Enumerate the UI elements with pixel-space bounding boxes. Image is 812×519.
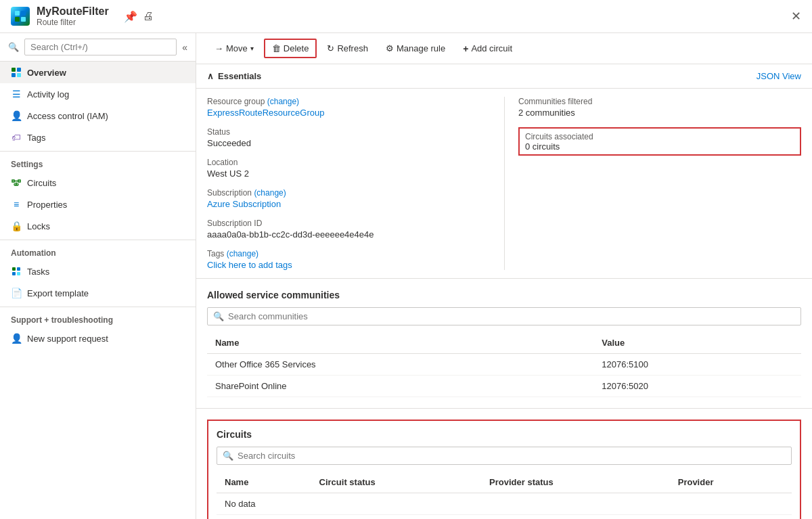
delete-button[interactable]: 🗑 Delete	[264, 39, 317, 58]
subscription-value[interactable]: Azure Subscription	[207, 199, 491, 209]
sidebar-item-export-template[interactable]: 📄 Export template	[0, 282, 196, 304]
move-chevron-icon: ▾	[250, 45, 254, 52]
sidebar: 🔍 « Overview ☰ Activity log 👤 Access con…	[0, 33, 196, 519]
circuits-associated-field: Circuits associated 0 circuits	[518, 127, 801, 156]
essentials-title-text: Essentials	[218, 71, 261, 81]
tags-value[interactable]: Click here to add tags	[207, 260, 491, 270]
properties-label: Properties	[27, 200, 67, 210]
sidebar-collapse-button[interactable]: «	[182, 42, 187, 53]
tasks-icon	[11, 266, 22, 277]
automation-section-header: Automation	[0, 240, 196, 261]
essentials-chevron-icon: ∧	[207, 71, 214, 81]
json-view-link[interactable]: JSON View	[757, 71, 801, 81]
settings-section-header: Settings	[0, 151, 196, 172]
circuits-col-provider: Provider	[670, 472, 792, 493]
communities-search-icon: 🔍	[213, 311, 224, 321]
circuits-no-data-row: No data	[217, 493, 792, 515]
sidebar-item-properties[interactable]: ≡ Properties	[0, 194, 196, 215]
locks-label: Locks	[27, 221, 50, 231]
sidebar-item-access-control[interactable]: 👤 Access control (IAM)	[0, 105, 196, 127]
tags-field: Tags (change) Click here to add tags	[207, 249, 491, 270]
communities-col-name: Name	[207, 332, 593, 354]
circuits-col-circuit-status: Circuit status	[311, 472, 481, 493]
circuits-search-box: 🔍	[217, 447, 792, 465]
activity-log-icon: ☰	[11, 89, 22, 99]
allowed-communities-section: Allowed service communities 🔍 Name Value…	[196, 279, 812, 409]
svg-rect-6	[12, 73, 16, 77]
essentials-header: ∧ Essentials JSON View	[196, 64, 812, 89]
sidebar-item-new-support[interactable]: 👤 New support request	[0, 328, 196, 349]
tags-icon: 🏷	[11, 132, 22, 143]
move-button[interactable]: → Move ▾	[207, 39, 261, 58]
sidebar-item-locks[interactable]: 🔒 Locks	[0, 215, 196, 237]
status-label: Status	[207, 127, 491, 137]
search-input[interactable]	[24, 39, 177, 55]
main-layout: 🔍 « Overview ☰ Activity log 👤 Access con…	[0, 33, 812, 519]
print-icon[interactable]: 🖨	[143, 10, 154, 23]
sidebar-item-activity-log[interactable]: ☰ Activity log	[0, 83, 196, 105]
access-control-icon: 👤	[11, 110, 22, 121]
sidebar-item-tasks[interactable]: Tasks	[0, 261, 196, 282]
sidebar-item-circuits[interactable]: Circuits	[0, 172, 196, 194]
refresh-button[interactable]: ↻ Refresh	[319, 39, 376, 58]
locks-icon: 🔒	[11, 221, 22, 231]
activity-log-label: Activity log	[27, 89, 69, 99]
svg-rect-5	[17, 68, 21, 72]
svg-rect-3	[21, 17, 26, 22]
subscription-id-field: Subscription ID aaaa0a0a-bb1b-cc2c-dd3d-…	[207, 219, 491, 240]
new-support-label: New support request	[27, 334, 108, 344]
app-icon	[11, 7, 30, 26]
sidebar-item-overview[interactable]: Overview	[0, 62, 196, 83]
circuits-section: Circuits 🔍 Name Circuit status Provider …	[207, 420, 801, 519]
circuits-table: Name Circuit status Provider status Prov…	[217, 472, 792, 515]
communities-table-row: Other Office 365 Services12076:5100	[207, 354, 801, 376]
add-circuit-label: Add circuit	[471, 43, 512, 53]
overview-label: Overview	[27, 68, 66, 78]
delete-icon: 🗑	[272, 43, 281, 53]
content-area: → Move ▾ 🗑 Delete ↻ Refresh ⚙ Manage rul…	[196, 33, 812, 519]
manage-rule-button[interactable]: ⚙ Manage rule	[378, 39, 453, 58]
manage-rule-icon: ⚙	[386, 43, 394, 53]
resource-group-field: Resource group (change) ExpressRouteReso…	[207, 97, 491, 118]
sidebar-item-tags[interactable]: 🏷 Tags	[0, 127, 196, 148]
circuits-associated-box: Circuits associated 0 circuits	[518, 127, 801, 156]
svg-rect-7	[17, 73, 21, 77]
support-section-header: Support + troubleshooting	[0, 307, 196, 328]
move-icon: →	[215, 43, 223, 53]
pin-icon[interactable]: 📌	[124, 10, 137, 23]
communities-filtered-value: 2 communities	[518, 108, 801, 118]
tags-change-link[interactable]: (change)	[227, 249, 258, 258]
circuits-search-input[interactable]	[238, 451, 786, 461]
title-text: MyRouteFilter Route filter	[37, 5, 109, 27]
communities-search-input[interactable]	[228, 311, 795, 321]
essentials-left: Resource group (change) ExpressRouteReso…	[207, 97, 504, 270]
export-template-icon: 📄	[11, 288, 22, 298]
circuits-no-data-cell: No data	[217, 493, 792, 515]
close-button[interactable]: ✕	[791, 9, 801, 24]
circuits-icon	[11, 177, 22, 188]
tags-label: Tags	[27, 133, 45, 143]
circuits-associated-value: 0 circuits	[525, 141, 560, 152]
community-value-cell: 12076:5020	[593, 376, 801, 397]
communities-filtered-label: Communities filtered	[518, 97, 801, 106]
properties-icon: ≡	[11, 199, 22, 210]
circuits-section-title: Circuits	[217, 429, 792, 440]
subscription-change-link[interactable]: (change)	[254, 188, 286, 198]
essentials-grid: Resource group (change) ExpressRouteReso…	[196, 89, 812, 279]
refresh-icon: ↻	[327, 43, 334, 53]
move-label: Move	[226, 43, 248, 53]
subscription-field: Subscription (change) Azure Subscription	[207, 188, 491, 209]
circuits-label: Circuits	[27, 178, 56, 188]
svg-rect-1	[21, 11, 26, 16]
delete-label: Delete	[284, 43, 309, 53]
title-actions: 📌 🖨	[124, 10, 154, 23]
add-circuit-button[interactable]: + Add circuit	[455, 39, 520, 58]
communities-table-row: SharePoint Online12076:5020	[207, 376, 801, 397]
svg-rect-11	[12, 272, 16, 275]
resource-group-value[interactable]: ExpressRouteResourceGroup	[207, 108, 491, 118]
resource-group-change-link[interactable]: (change)	[267, 97, 299, 106]
communities-table: Name Value Other Office 365 Services1207…	[207, 332, 801, 397]
resource-type: Route filter	[37, 18, 109, 27]
overview-icon	[11, 67, 22, 78]
svg-rect-10	[17, 267, 20, 271]
